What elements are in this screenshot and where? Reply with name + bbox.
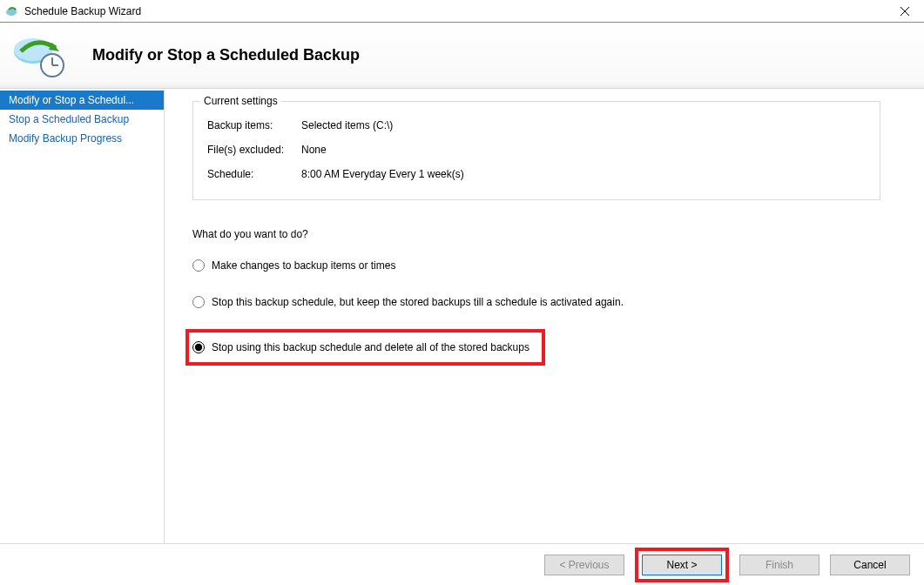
close-icon[interactable] bbox=[891, 3, 919, 20]
settings-label: File(s) excluded: bbox=[207, 144, 301, 156]
settings-label: Backup items: bbox=[207, 119, 301, 131]
settings-label: Schedule: bbox=[207, 168, 301, 180]
button-label: Cancel bbox=[853, 559, 886, 571]
question-label: What do you want to do? bbox=[192, 228, 907, 240]
settings-value: Selected items (C:\) bbox=[301, 119, 393, 131]
sidebar-item-stop-scheduled[interactable]: Stop a Scheduled Backup bbox=[0, 110, 164, 129]
sidebar-item-modify-stop[interactable]: Modify or Stop a Schedul... bbox=[0, 91, 164, 110]
radio-label: Make changes to backup items or times bbox=[212, 259, 395, 272]
current-settings-box: Current settings Backup items: Selected … bbox=[192, 101, 880, 200]
previous-button: < Previous bbox=[544, 555, 624, 575]
wizard-content: Current settings Backup items: Selected … bbox=[164, 89, 924, 543]
wizard-footer: < Previous Next > Finish Cancel bbox=[0, 543, 924, 585]
page-title: Modify or Stop a Scheduled Backup bbox=[92, 46, 360, 64]
cancel-button[interactable]: Cancel bbox=[830, 555, 910, 575]
button-label: < Previous bbox=[559, 559, 609, 571]
settings-row: Backup items: Selected items (C:\) bbox=[207, 119, 866, 131]
radio-option-stop-delete[interactable]: Stop using this backup schedule and dele… bbox=[192, 341, 529, 353]
wizard-steps-sidebar: Modify or Stop a Schedul... Stop a Sched… bbox=[0, 89, 164, 543]
highlight-annotation: Stop using this backup schedule and dele… bbox=[185, 329, 545, 366]
sidebar-item-label: Stop a Scheduled Backup bbox=[9, 113, 129, 125]
sidebar-item-label: Modify Backup Progress bbox=[9, 132, 122, 145]
sidebar-item-modify-progress[interactable]: Modify Backup Progress bbox=[0, 129, 164, 148]
app-icon bbox=[5, 4, 19, 18]
radio-input[interactable] bbox=[192, 341, 205, 353]
button-label: Next > bbox=[666, 559, 697, 571]
settings-value: 8:00 AM Everyday Every 1 week(s) bbox=[301, 168, 464, 180]
next-button[interactable]: Next > bbox=[642, 555, 722, 575]
titlebar: Schedule Backup Wizard bbox=[0, 0, 924, 23]
header: Modify or Stop a Scheduled Backup bbox=[0, 23, 924, 89]
radio-label: Stop this backup schedule, but keep the … bbox=[212, 296, 624, 308]
fieldset-legend: Current settings bbox=[200, 95, 281, 107]
radio-option-stop-keep[interactable]: Stop this backup schedule, but keep the … bbox=[192, 296, 907, 308]
settings-row: Schedule: 8:00 AM Everyday Every 1 week(… bbox=[207, 168, 866, 180]
backup-wizard-icon bbox=[12, 32, 68, 79]
button-label: Finish bbox=[766, 559, 793, 571]
window-title: Schedule Backup Wizard bbox=[24, 5, 891, 17]
radio-option-make-changes[interactable]: Make changes to backup items or times bbox=[192, 259, 907, 272]
finish-button: Finish bbox=[739, 555, 819, 575]
radio-input[interactable] bbox=[192, 296, 205, 308]
settings-row: File(s) excluded: None bbox=[207, 144, 866, 156]
highlight-annotation: Next > bbox=[635, 548, 729, 582]
sidebar-item-label: Modify or Stop a Schedul... bbox=[9, 94, 134, 106]
settings-value: None bbox=[301, 144, 327, 156]
radio-input[interactable] bbox=[192, 259, 205, 272]
radio-label: Stop using this backup schedule and dele… bbox=[212, 341, 529, 353]
